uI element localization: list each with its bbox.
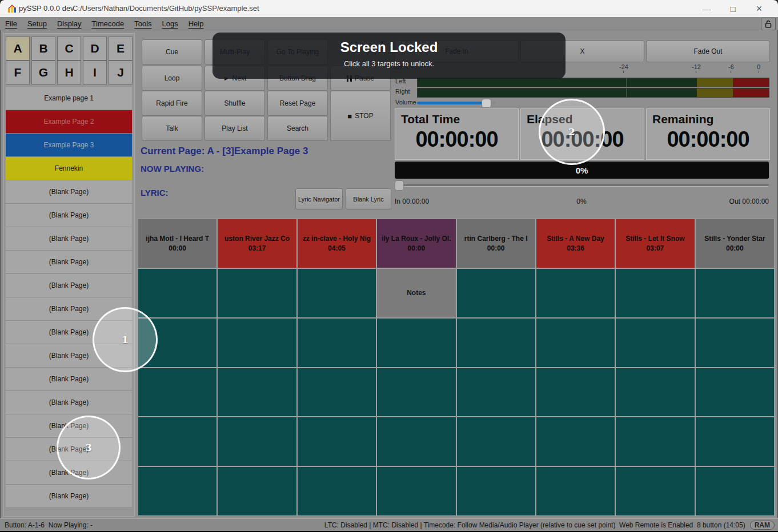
empty-cue-button[interactable]: [457, 368, 535, 417]
reset-page-button[interactable]: Reset Page: [267, 91, 328, 116]
screen-lock-button[interactable]: [761, 18, 776, 30]
empty-cue-button[interactable]: [536, 269, 615, 317]
empty-cue-button[interactable]: [616, 319, 694, 367]
menu-item-help[interactable]: Help: [183, 19, 209, 28]
empty-cue-button[interactable]: [457, 269, 535, 317]
rapid-fire-button[interactable]: Rapid Fire: [142, 91, 202, 116]
page-letter-button-e[interactable]: E: [109, 37, 133, 61]
empty-cue-button[interactable]: [377, 319, 455, 367]
menu-item-tools[interactable]: Tools: [129, 19, 157, 28]
empty-cue-button[interactable]: [377, 467, 455, 515]
song-button[interactable]: uston River Jazz Co03:17: [218, 219, 296, 268]
empty-cue-button[interactable]: [696, 269, 774, 317]
minimize-button[interactable]: —: [693, 0, 720, 17]
empty-cue-button[interactable]: [218, 467, 296, 515]
song-button[interactable]: ily La Roux - Jolly Ol.00:00: [377, 219, 455, 268]
empty-cue-button[interactable]: [298, 368, 376, 417]
notes-button[interactable]: Notes: [377, 269, 455, 317]
page-list-item[interactable]: Example page 1: [6, 87, 132, 110]
loop-button[interactable]: Loop: [142, 66, 202, 91]
empty-cue-button[interactable]: [218, 269, 296, 317]
empty-cue-button[interactable]: [218, 319, 296, 367]
left-vu-meter: [417, 78, 769, 87]
maximize-button[interactable]: □: [720, 0, 746, 17]
unlock-target-3[interactable]: 3: [57, 416, 121, 479]
fade-out-button[interactable]: Fade Out: [646, 41, 770, 62]
page-list-item[interactable]: (Blank Page): [6, 485, 132, 508]
menu-item-setup[interactable]: Setup: [22, 19, 52, 28]
empty-cue-button[interactable]: [696, 467, 774, 515]
menu-item-file[interactable]: File: [0, 19, 22, 28]
seek-slider[interactable]: [395, 184, 769, 187]
empty-cue-button[interactable]: [298, 417, 376, 466]
page-list-item[interactable]: Example Page 2: [6, 110, 132, 134]
empty-cue-button[interactable]: [138, 417, 216, 466]
page-list-item[interactable]: (Blank Page): [6, 368, 132, 391]
song-button[interactable]: ijha MotI - I Heard T00:00: [138, 219, 216, 268]
empty-cue-button[interactable]: [138, 269, 216, 317]
empty-cue-button[interactable]: [218, 368, 296, 417]
page-list-item[interactable]: (Blank Page): [6, 274, 132, 297]
empty-cue-button[interactable]: [377, 368, 455, 417]
song-button[interactable]: rtin Carlberg - The I00:00: [457, 219, 535, 268]
empty-cue-button[interactable]: [298, 467, 376, 515]
page-list-item[interactable]: (Blank Page): [6, 180, 132, 204]
empty-cue-button[interactable]: [536, 368, 615, 417]
empty-cue-button[interactable]: [536, 319, 615, 367]
song-button[interactable]: Stills - Yonder Star00:00: [696, 219, 774, 268]
shuffle-button[interactable]: Shuffle: [204, 91, 265, 116]
page-list-item[interactable]: (Blank Page): [6, 204, 132, 227]
page-letter-button-b[interactable]: B: [31, 37, 55, 61]
empty-cue-button[interactable]: [457, 319, 535, 367]
page-letter-button-d[interactable]: D: [83, 37, 107, 61]
unlock-target-1[interactable]: 1: [93, 307, 158, 372]
play-list-button[interactable]: Play List: [204, 116, 265, 141]
page-letter-button-j[interactable]: J: [109, 61, 133, 84]
menu-item-display[interactable]: Display: [52, 19, 87, 28]
empty-cue-button[interactable]: [457, 467, 535, 515]
page-list-item[interactable]: Example Page 3: [6, 134, 132, 157]
talk-button[interactable]: Talk: [142, 116, 202, 141]
empty-cue-button[interactable]: [616, 368, 694, 417]
page-list-item[interactable]: (Blank Page): [6, 227, 132, 251]
song-button[interactable]: Stills - Let It Snow03:07: [616, 219, 694, 268]
menu-item-timecode[interactable]: Timecode: [87, 19, 130, 28]
song-button[interactable]: zz in-clave - Holy Nig04:05: [298, 219, 376, 268]
page-letter-button-f[interactable]: F: [6, 61, 30, 84]
close-button[interactable]: ×: [746, 0, 772, 17]
volume-slider[interactable]: [417, 102, 496, 104]
empty-cue-button[interactable]: [298, 269, 376, 317]
empty-cue-button[interactable]: [138, 467, 216, 515]
page-letter-button-c[interactable]: C: [57, 37, 81, 61]
empty-cue-button[interactable]: [377, 417, 455, 466]
unlock-target-2[interactable]: 2: [539, 99, 605, 165]
page-list-item[interactable]: Fennekin: [6, 157, 132, 180]
empty-cue-button[interactable]: [696, 417, 774, 466]
volume-handle[interactable]: [482, 99, 491, 108]
page-list-item[interactable]: (Blank Page): [6, 391, 132, 414]
seek-handle[interactable]: [395, 180, 404, 191]
search-button[interactable]: Search: [267, 116, 328, 141]
empty-cue-button[interactable]: [298, 319, 376, 367]
empty-cue-button[interactable]: [457, 417, 535, 466]
empty-cue-button[interactable]: [616, 417, 694, 466]
empty-cue-button[interactable]: [536, 417, 615, 466]
song-button[interactable]: Stills - A New Day03:36: [536, 219, 615, 268]
empty-cue-button[interactable]: [696, 319, 774, 367]
page-letter-button-h[interactable]: H: [57, 61, 81, 84]
page-list-item[interactable]: (Blank Page): [6, 251, 132, 274]
blank-lyric-button[interactable]: Blank Lyric: [346, 188, 391, 209]
empty-cue-button[interactable]: [616, 269, 694, 317]
lyric-navigator-button[interactable]: Lyric Navigator: [295, 188, 343, 209]
page-letter-button-a[interactable]: A: [6, 37, 30, 61]
page-letter-button-i[interactable]: I: [83, 61, 107, 84]
empty-cue-button[interactable]: [616, 467, 694, 515]
stop-button[interactable]: ■STOP: [330, 91, 391, 141]
empty-cue-button[interactable]: [138, 368, 216, 417]
empty-cue-button[interactable]: [536, 467, 615, 515]
page-letter-button-g[interactable]: G: [31, 61, 55, 84]
empty-cue-button[interactable]: [218, 417, 296, 466]
empty-cue-button[interactable]: [696, 368, 774, 417]
menu-item-logs[interactable]: Logs: [157, 19, 183, 28]
cue-button[interactable]: Cue: [142, 39, 202, 65]
